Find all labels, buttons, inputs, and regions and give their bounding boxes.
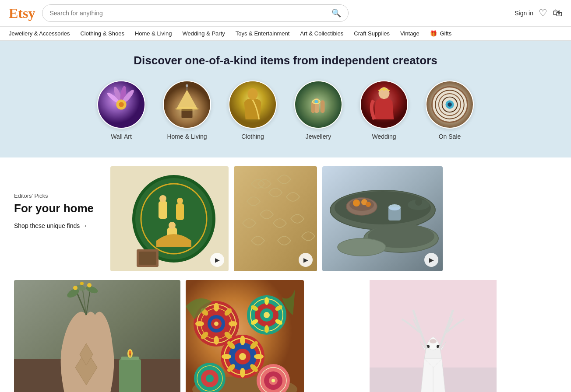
svg-rect-71 xyxy=(119,359,141,392)
svg-point-91 xyxy=(195,321,204,326)
svg-rect-43 xyxy=(139,252,156,265)
svg-point-12 xyxy=(175,107,199,111)
svg-rect-35 xyxy=(159,201,167,219)
category-row: Wall Art xyxy=(9,80,562,140)
svg-point-129 xyxy=(430,339,437,343)
svg-point-70 xyxy=(87,283,92,287)
svg-point-120 xyxy=(206,374,214,382)
play-button-pattachitra[interactable]: ▶ xyxy=(210,253,224,267)
svg-point-111 xyxy=(254,354,264,359)
svg-point-23 xyxy=(382,87,386,91)
svg-point-53 xyxy=(353,200,360,206)
svg-rect-36 xyxy=(176,203,184,220)
editors-label: Editors' Picks xyxy=(14,192,102,199)
svg-point-11 xyxy=(186,84,188,87)
category-jewellery[interactable]: Jewellery xyxy=(294,80,342,140)
search-button[interactable]: 🔍 xyxy=(331,8,341,18)
shop-link[interactable]: Shop these unique finds → xyxy=(14,222,102,229)
svg-point-89 xyxy=(214,336,219,345)
product-deer[interactable]: ▶ xyxy=(309,280,557,392)
svg-point-38 xyxy=(159,195,166,202)
svg-point-97 xyxy=(264,312,270,318)
svg-point-50 xyxy=(338,238,386,256)
category-on-sale-label: On Sale xyxy=(439,133,461,140)
cart-icon[interactable]: 🛍 xyxy=(553,7,562,19)
category-on-sale[interactable]: On Sale xyxy=(426,80,474,140)
hero-title: Discover one-of-a-kind items from indepe… xyxy=(9,54,562,67)
sign-in-link[interactable]: Sign in xyxy=(515,10,533,17)
nav-item-vintage[interactable]: Vintage xyxy=(400,30,419,37)
editors-section: Editors' Picks For your home Shop these … xyxy=(14,166,557,271)
nav-item-gifts[interactable]: 🎁 Gifts xyxy=(430,30,451,37)
category-clothing-label: Clothing xyxy=(241,133,264,140)
svg-point-39 xyxy=(177,198,183,204)
product-trays[interactable]: ▶ xyxy=(322,166,443,271)
svg-point-113 xyxy=(240,368,245,378)
svg-rect-57 xyxy=(388,207,401,220)
bottom-section: ▶ Exceptional pieces by Indian creators … xyxy=(14,280,557,392)
svg-point-87 xyxy=(229,321,237,326)
svg-point-33 xyxy=(135,178,212,259)
category-home-living-image xyxy=(163,80,211,129)
category-wall-art-image xyxy=(97,80,145,129)
category-clothing-image xyxy=(229,80,277,129)
category-home-living[interactable]: Home & Living xyxy=(163,80,211,140)
category-wall-art[interactable]: Wall Art xyxy=(97,80,145,140)
nav-item-art[interactable]: Art & Collectibles xyxy=(300,30,343,37)
header: Etsy 🔍 Sign in ♡ 🛍 xyxy=(0,0,571,27)
category-wedding-image xyxy=(360,80,408,129)
svg-point-20 xyxy=(314,100,318,103)
header-actions: Sign in ♡ 🛍 xyxy=(515,7,562,19)
play-button-trays[interactable]: ▶ xyxy=(424,253,438,267)
product-ginkgo[interactable]: ▶ xyxy=(234,166,317,271)
search-bar: 🔍 xyxy=(42,4,349,22)
nav-item-toys[interactable]: Toys & Entertainment xyxy=(236,30,290,37)
svg-point-125 xyxy=(271,379,275,382)
product-vase-candle[interactable] xyxy=(14,280,180,392)
svg-point-108 xyxy=(239,353,246,360)
nav-item-home[interactable]: Home & Living xyxy=(135,30,172,37)
category-home-living-label: Home & Living xyxy=(167,133,207,140)
editors-text: Editors' Picks For your home Shop these … xyxy=(14,166,102,271)
nav-item-wedding[interactable]: Wedding & Party xyxy=(182,30,225,37)
wishlist-icon[interactable]: ♡ xyxy=(539,7,547,19)
svg-point-6 xyxy=(119,102,124,107)
product-grid: ▶ xyxy=(110,166,557,271)
category-clothing[interactable]: Clothing xyxy=(229,80,277,140)
main-content: Editors' Picks For your home Shop these … xyxy=(5,158,566,392)
svg-rect-17 xyxy=(321,100,325,113)
product-pattachitra[interactable]: ▶ xyxy=(110,166,229,271)
category-on-sale-image xyxy=(426,80,474,129)
svg-point-69 xyxy=(80,282,84,285)
play-button-ginkgo[interactable]: ▶ xyxy=(299,253,313,267)
product-mandala-boxes[interactable] xyxy=(186,280,304,392)
svg-point-55 xyxy=(366,202,371,207)
category-wall-art-label: Wall Art xyxy=(111,133,132,140)
search-input[interactable] xyxy=(49,10,328,17)
svg-point-84 xyxy=(214,322,219,326)
editors-title: For your home xyxy=(14,202,102,215)
category-jewellery-label: Jewellery xyxy=(306,133,331,140)
svg-point-14 xyxy=(247,88,257,100)
svg-point-101 xyxy=(264,325,269,333)
svg-point-85 xyxy=(214,303,219,312)
category-jewellery-image xyxy=(294,80,342,129)
svg-point-68 xyxy=(73,286,78,290)
svg-point-115 xyxy=(222,354,231,359)
svg-point-40 xyxy=(169,222,176,229)
svg-point-98 xyxy=(264,297,269,305)
category-wedding[interactable]: Wedding xyxy=(360,80,408,140)
svg-point-30 xyxy=(448,102,452,107)
svg-point-59 xyxy=(415,199,422,206)
hero-banner: Discover one-of-a-kind items from indepe… xyxy=(0,41,571,158)
svg-point-109 xyxy=(240,336,245,345)
nav-bar: Jewellery & Accessories Clothing & Shoes… xyxy=(0,27,571,41)
category-wedding-label: Wedding xyxy=(372,133,396,140)
bottom-right-col: ▶ Exceptional pieces by Indian creators … xyxy=(309,280,557,392)
nav-item-clothing[interactable]: Clothing & Shoes xyxy=(80,30,124,37)
etsy-logo[interactable]: Etsy xyxy=(9,5,35,21)
nav-item-craft[interactable]: Craft Supplies xyxy=(354,30,390,37)
nav-item-jewellery[interactable]: Jewellery & Accessories xyxy=(9,30,70,37)
